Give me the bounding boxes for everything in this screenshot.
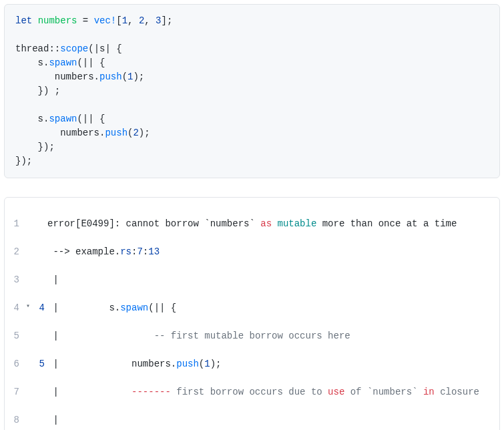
keyword-let: let <box>15 15 32 26</box>
error-location-line: 2 --> example.rs:7:13 <box>5 245 499 259</box>
error-line: 1error[E0499]: cannot borrow `numbers` a… <box>5 217 499 231</box>
rust-source-code-block: let numbers = vec![1, 2, 3]; thread::sco… <box>4 4 500 178</box>
compiler-error-block: 1error[E0499]: cannot borrow `numbers` a… <box>4 197 500 430</box>
fold-icon[interactable]: ▾ <box>23 301 33 315</box>
variable-name: numbers <box>38 15 77 26</box>
macro: vec! <box>94 15 117 26</box>
